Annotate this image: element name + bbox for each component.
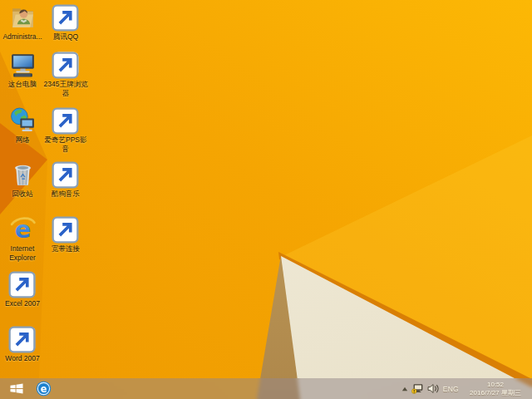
iqiyi-pps-icon: iQIYI: [52, 106, 80, 134]
system-tray: ENG 10:52 2016/7/27 星期三: [401, 378, 530, 399]
desktop-icon-excel-2007[interactable]: X Excel 2007: [0, 270, 45, 308]
clock-date: 2016/7/27 星期三: [462, 389, 529, 397]
desktop-icon-network[interactable]: 网络: [0, 106, 45, 145]
network-status-icon[interactable]: [411, 383, 424, 394]
desktop-icon-recycle-bin[interactable]: 回收站: [0, 160, 45, 199]
recycle-bin-icon: [9, 160, 37, 188]
network-icon: [9, 106, 37, 134]
shortcut-arrow-icon: [8, 326, 36, 353]
desktop-screen: Administra... 这台电脑: [0, 0, 532, 399]
icon-label: 回收站: [12, 190, 33, 199]
shortcut-arrow-icon: [52, 52, 79, 79]
icon-label: 腾讯QQ: [53, 32, 78, 42]
icon-label: 爱奇艺PPS影音: [42, 135, 90, 153]
volume-icon[interactable]: [427, 383, 440, 394]
icon-label: 宽带连接: [52, 244, 80, 254]
desktop-icon-tencent-qq[interactable]: 腾讯QQ: [42, 3, 90, 42]
icon-label: Internet Explorer: [0, 244, 45, 262]
network-warning-icon: [411, 383, 424, 394]
this-pc-icon: [9, 51, 37, 78]
show-hidden-icons-button[interactable]: [401, 387, 408, 392]
shortcut-arrow-icon: [8, 271, 36, 298]
icon-label: 2345王牌浏览器: [42, 80, 90, 97]
icon-label: 这台电脑: [8, 80, 37, 89]
icon-label: 酷狗音乐: [52, 190, 80, 199]
language-indicator[interactable]: ENG: [443, 385, 459, 393]
icon-label: 网络: [16, 135, 30, 145]
desktop-icon-administrator[interactable]: Administra...: [0, 3, 45, 42]
clock-time: 10:52: [462, 381, 529, 389]
taskbar-ie-button[interactable]: e: [33, 378, 53, 399]
excel-icon: X: [9, 270, 37, 298]
desktop-icon-broadband-connection[interactable]: 宽带连接: [42, 215, 90, 254]
internet-explorer-icon: e: [9, 215, 37, 243]
windows-logo-icon: [10, 383, 23, 394]
icon-label: Administra...: [2, 32, 42, 42]
shortcut-arrow-icon: [52, 4, 79, 32]
kugou-music-icon: K: [52, 160, 80, 188]
desktop-icon-this-pc[interactable]: 这台电脑: [0, 51, 45, 89]
desktop-icon-word-2007[interactable]: W Word 2007: [0, 325, 45, 363]
svg-text:e: e: [40, 383, 47, 395]
shortcut-arrow-icon: [52, 161, 79, 189]
word-icon: W: [9, 325, 37, 352]
qq-icon: [52, 3, 80, 31]
start-button[interactable]: [6, 378, 27, 399]
shortcut-arrow-icon: [52, 107, 79, 135]
icon-label: Word 2007: [5, 354, 39, 363]
speaker-icon: [427, 383, 440, 394]
clock[interactable]: 10:52 2016/7/27 星期三: [462, 381, 530, 397]
desktop-icon-2345-browser[interactable]: e 2345王牌浏览器: [42, 51, 90, 97]
internet-explorer-taskbar-icon: e: [36, 381, 52, 397]
chevron-up-icon: [401, 387, 408, 392]
desktop-icon-kugou-music[interactable]: K 酷狗音乐: [42, 160, 90, 199]
user-folder-icon: [9, 3, 37, 31]
icon-label: Excel 2007: [5, 299, 40, 308]
shortcut-arrow-icon: [52, 216, 79, 244]
taskbar: e: [0, 378, 532, 399]
desktop-icon-iqiyi-pps[interactable]: iQIYI 爱奇艺PPS影音: [42, 106, 90, 153]
2345-browser-icon: e: [52, 51, 80, 78]
desktop-icon-internet-explorer[interactable]: e Internet Explorer: [0, 215, 45, 262]
broadband-connection-icon: [52, 215, 80, 243]
